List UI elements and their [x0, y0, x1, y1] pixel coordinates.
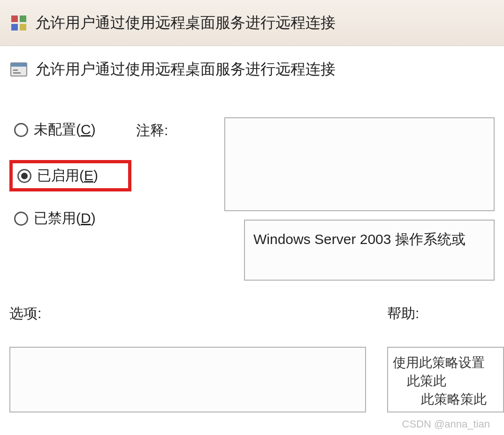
- radio-indicator-icon: [17, 169, 31, 183]
- svg-rect-6: [13, 69, 18, 71]
- help-panel: 使用此策略设置 此策此 此策略策此: [387, 347, 504, 412]
- watermark: CSDN @anna_tian: [402, 418, 490, 430]
- options-panel: [9, 347, 366, 412]
- radio-enabled[interactable]: 已启用(E): [9, 160, 131, 191]
- svg-rect-1: [20, 15, 26, 22]
- right-section: 注释: Windows Server 2003 操作系统或: [131, 117, 495, 281]
- state-radio-group: 未配置(C) 已启用(E) 已禁用(D): [9, 117, 131, 281]
- radio-not-configured[interactable]: 未配置(C): [9, 117, 131, 142]
- lower-labels: 选项: 帮助:: [0, 290, 504, 323]
- window-title: 允许用户通过使用远程桌面服务进行远程连接: [35, 13, 336, 33]
- svg-rect-5: [11, 63, 27, 67]
- options-label: 选项:: [9, 304, 41, 323]
- help-text-line: 此策此: [393, 372, 498, 390]
- policy-header: 允许用户通过使用远程桌面服务进行远程连接: [0, 46, 504, 84]
- settings-content: 未配置(C) 已启用(E) 已禁用(D) 注释: Windows Server …: [0, 84, 504, 290]
- svg-rect-2: [11, 24, 18, 31]
- radio-indicator-icon: [14, 123, 28, 137]
- policy-title: 允许用户通过使用远程桌面服务进行远程连接: [35, 59, 336, 80]
- comment-label: 注释:: [136, 117, 168, 140]
- svg-rect-3: [20, 24, 26, 31]
- svg-rect-0: [11, 15, 18, 22]
- radio-indicator-icon: [14, 212, 28, 226]
- radio-not-configured-label: 未配置(C): [34, 120, 96, 139]
- supported-os-text: Windows Server 2003 操作系统或: [253, 231, 466, 247]
- supported-os-box: Windows Server 2003 操作系统或: [244, 220, 495, 281]
- help-text-line: 此策略策此: [393, 390, 498, 408]
- help-label: 帮助:: [387, 304, 419, 323]
- policy-app-icon: [9, 14, 28, 32]
- radio-enabled-label: 已启用(E): [37, 166, 98, 185]
- radio-disabled[interactable]: 已禁用(D): [9, 206, 131, 231]
- window-titlebar: 允许用户通过使用远程桌面服务进行远程连接: [0, 0, 504, 46]
- comment-textarea[interactable]: [224, 117, 495, 211]
- svg-rect-7: [13, 72, 21, 74]
- radio-disabled-label: 已禁用(D): [34, 209, 96, 228]
- policy-icon: [9, 60, 28, 79]
- help-text-line: 使用此策略设置: [393, 353, 498, 372]
- lower-boxes: 使用此策略设置 此策此 此策略策此: [0, 323, 504, 412]
